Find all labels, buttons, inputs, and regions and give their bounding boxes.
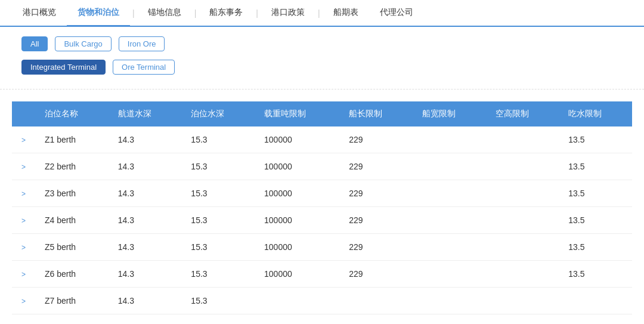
- expand-icon[interactable]: >: [12, 180, 35, 207]
- expand-icon[interactable]: >: [12, 261, 35, 288]
- cargo-filter-btn-1[interactable]: Bulk Cargo: [55, 36, 111, 51]
- nav-item-2[interactable]: 锚地信息: [137, 0, 192, 27]
- berth-name-cell: Z7 berth: [35, 288, 109, 314]
- table-cell-air_draft: [486, 234, 559, 261]
- table-cell-ship_length: 229: [339, 234, 413, 261]
- table-cell-tonnage: 100000: [255, 234, 339, 261]
- expand-icon[interactable]: >: [12, 207, 35, 234]
- nav-separator: |: [253, 8, 261, 18]
- table-cell-berth_depth: 15.3: [181, 153, 255, 180]
- nav-separator: |: [315, 8, 323, 18]
- nav-item-0[interactable]: 港口概览: [12, 0, 67, 27]
- expand-icon[interactable]: >: [12, 288, 35, 314]
- berth-name-cell: Z6 berth: [35, 261, 109, 288]
- nav-separator: |: [130, 8, 137, 18]
- table-cell-nav_depth: 14.3: [109, 234, 182, 261]
- nav-item-3[interactable]: 船东事务: [199, 0, 253, 27]
- zone-filter-row: Integrated TerminalOre Terminal: [12, 60, 632, 75]
- table-cell-ship_width: [413, 207, 486, 234]
- table-header-col-5: 船宽限制: [413, 101, 486, 126]
- nav-item-4[interactable]: 港口政策: [261, 0, 315, 27]
- table-cell-ship_width: [413, 126, 486, 153]
- table-header: 泊位名称航道水深泊位水深载重吨限制船长限制船宽限制空高限制吃水限制: [12, 101, 632, 126]
- table-cell-air_draft: [486, 180, 559, 207]
- table-cell-nav_depth: 14.3: [109, 180, 182, 207]
- table-header-col-7: 吃水限制: [559, 101, 632, 126]
- table-cell-tonnage: 100000: [255, 180, 339, 207]
- cargo-filter-btn-0[interactable]: All: [21, 36, 48, 51]
- table-cell-berth_depth: 15.3: [181, 126, 255, 153]
- table-cell-draught: 13.5: [559, 153, 632, 180]
- table-header-col-0: 泊位名称: [35, 101, 109, 126]
- table-header-row: 泊位名称航道水深泊位水深载重吨限制船长限制船宽限制空高限制吃水限制: [12, 101, 632, 126]
- table-cell-nav_depth: 14.3: [109, 126, 182, 153]
- zone-filter-btn-1[interactable]: Ore Terminal: [113, 60, 175, 75]
- table-cell-air_draft: [486, 153, 559, 180]
- table-cell-draught: 13.5: [559, 261, 632, 288]
- table-body: >Z1 berth14.315.310000022913.5>Z2 berth1…: [12, 126, 632, 314]
- berth-name-cell: Z5 berth: [35, 234, 109, 261]
- table-cell-ship_length: 229: [339, 153, 413, 180]
- table-cell-tonnage: 100000: [255, 207, 339, 234]
- expand-icon[interactable]: >: [12, 234, 35, 261]
- nav-item-1[interactable]: 货物和泊位: [67, 0, 130, 27]
- table-cell-draught: [559, 288, 632, 314]
- table-cell-air_draft: [486, 126, 559, 153]
- table-cell-berth_depth: 15.3: [181, 207, 255, 234]
- table-row[interactable]: >Z4 berth14.315.310000022913.5: [12, 207, 632, 234]
- table-cell-tonnage: [255, 288, 339, 314]
- table-cell-ship_width: [413, 261, 486, 288]
- table-container: 泊位名称航道水深泊位水深载重吨限制船长限制船宽限制空高限制吃水限制 >Z1 be…: [0, 90, 644, 314]
- table-cell-berth_depth: 15.3: [181, 261, 255, 288]
- filter-section: AllBulk CargoIron Ore Integrated Termina…: [0, 27, 644, 90]
- table-cell-draught: 13.5: [559, 234, 632, 261]
- table-header-expand: [12, 101, 35, 126]
- table-cell-ship_length: 229: [339, 207, 413, 234]
- cargo-filter-row: AllBulk CargoIron Ore: [12, 36, 632, 51]
- table-cell-nav_depth: 14.3: [109, 153, 182, 180]
- table-header-col-6: 空高限制: [486, 101, 559, 126]
- expand-icon[interactable]: >: [12, 153, 35, 180]
- table-cell-ship_length: 229: [339, 261, 413, 288]
- table-row[interactable]: >Z5 berth14.315.310000022913.5: [12, 234, 632, 261]
- table-header-col-4: 船长限制: [339, 101, 413, 126]
- table-cell-ship_width: [413, 288, 486, 314]
- berth-name-cell: Z4 berth: [35, 207, 109, 234]
- table-cell-draught: 13.5: [559, 207, 632, 234]
- table-cell-berth_depth: 15.3: [181, 180, 255, 207]
- table-cell-ship_width: [413, 234, 486, 261]
- table-cell-ship_length: 229: [339, 180, 413, 207]
- table-cell-air_draft: [486, 207, 559, 234]
- table-cell-ship_width: [413, 180, 486, 207]
- table-cell-draught: 13.5: [559, 180, 632, 207]
- table-header-col-2: 泊位水深: [181, 101, 255, 126]
- table-cell-nav_depth: 14.3: [109, 207, 182, 234]
- nav-item-5[interactable]: 船期表: [323, 0, 369, 27]
- table-cell-ship_width: [413, 153, 486, 180]
- expand-icon[interactable]: >: [12, 126, 35, 153]
- table-cell-ship_length: [339, 288, 413, 314]
- table-cell-ship_length: 229: [339, 126, 413, 153]
- table-cell-tonnage: 100000: [255, 126, 339, 153]
- berth-name-cell: Z2 berth: [35, 153, 109, 180]
- table-cell-berth_depth: 15.3: [181, 234, 255, 261]
- table-cell-nav_depth: 14.3: [109, 261, 182, 288]
- nav-item-6[interactable]: 代理公司: [369, 0, 424, 27]
- table-cell-berth_depth: 15.3: [181, 288, 255, 314]
- zone-filter-btn-0[interactable]: Integrated Terminal: [21, 60, 106, 75]
- table-row[interactable]: >Z1 berth14.315.310000022913.5: [12, 126, 632, 153]
- table-cell-air_draft: [486, 288, 559, 314]
- table-cell-nav_depth: 14.3: [109, 288, 182, 314]
- table-cell-tonnage: 100000: [255, 261, 339, 288]
- table-row[interactable]: >Z6 berth14.315.310000022913.5: [12, 261, 632, 288]
- table-cell-tonnage: 100000: [255, 153, 339, 180]
- table-cell-air_draft: [486, 261, 559, 288]
- berth-name-cell: Z3 berth: [35, 180, 109, 207]
- table-row[interactable]: >Z3 berth14.315.310000022913.5: [12, 180, 632, 207]
- cargo-filter-btn-2[interactable]: Iron Ore: [119, 36, 165, 51]
- table-header-col-1: 航道水深: [109, 101, 182, 126]
- table-row[interactable]: >Z2 berth14.315.310000022913.5: [12, 153, 632, 180]
- table-row[interactable]: >Z7 berth14.315.3: [12, 288, 632, 314]
- berth-table: 泊位名称航道水深泊位水深载重吨限制船长限制船宽限制空高限制吃水限制 >Z1 be…: [12, 101, 632, 314]
- table-header-col-3: 载重吨限制: [255, 101, 339, 126]
